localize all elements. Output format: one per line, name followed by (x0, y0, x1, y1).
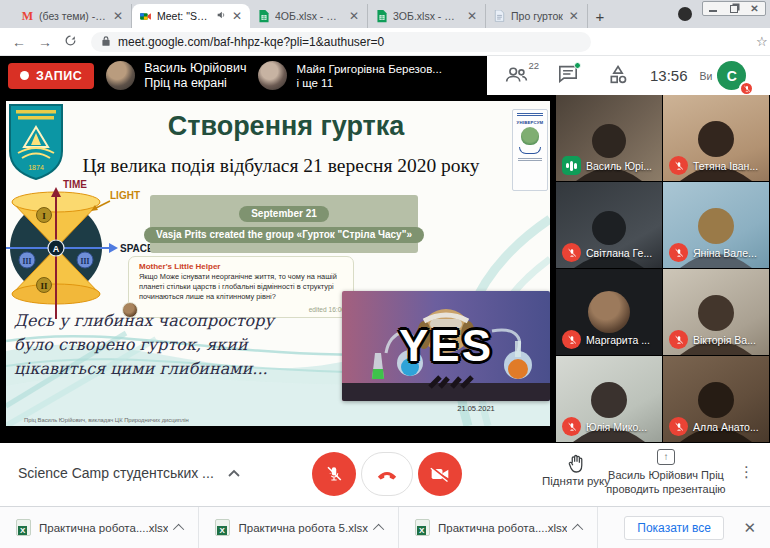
tab-close-icon[interactable]: ✕ (466, 9, 478, 23)
presenting-text: Василь Юрійович Пріц проводить презентац… (606, 468, 726, 496)
show-all-downloads-button[interactable]: Показати все (624, 516, 724, 540)
profile-photo-avatar (588, 291, 630, 333)
meet-control-bar: Science Camp студентських ... Підняти ру… (0, 443, 770, 506)
tab-close-icon[interactable]: ✕ (568, 9, 580, 23)
slide-handwritten-text: Десь у глибинах часопростору було створе… (14, 309, 294, 381)
video-tile-vasyl[interactable]: Василь Юрі... (556, 95, 662, 181)
video-tile-yulia[interactable]: Юлія Мико... (556, 356, 662, 442)
tab-title: Про гурток (511, 10, 563, 22)
muted-mic-icon (562, 417, 581, 436)
people-count: 22 (528, 60, 539, 71)
tab-close-icon[interactable]: ✕ (112, 9, 124, 23)
universum-logo-title: УНІВЕРСУМ (517, 120, 544, 125)
video-tile-viktoria[interactable]: Вікторія Ва... (663, 269, 769, 355)
chat-message-author: Mother's Little Helper (139, 262, 345, 271)
chevron-up-icon (228, 469, 240, 477)
presenter-name-line2: Пріц на екрані (144, 76, 246, 91)
browser-window: M (без теми) - s.krav ✕ Meet: "Science ✕… (0, 0, 770, 548)
activities-button[interactable] (608, 64, 628, 88)
universum-college-logo: УНІВЕРСУМ (512, 109, 548, 191)
tab-audio-icon[interactable] (216, 10, 226, 22)
people-button[interactable]: 22 (505, 65, 528, 87)
new-tab-button[interactable]: + (588, 4, 612, 28)
camera-off-button[interactable] (418, 452, 462, 496)
chat-notification-dot (574, 62, 581, 69)
participants-preview[interactable]: Майя Григорівна Березов... і ще 11 (258, 61, 441, 90)
clock-time: 13:56 (650, 67, 688, 84)
muted-mic-icon (669, 243, 688, 262)
download-file-name: Практична робота 5.xlsx (238, 522, 368, 534)
sheets-icon (375, 10, 388, 23)
you-account[interactable]: Ви C (700, 61, 747, 90)
chevron-up-icon[interactable] (373, 523, 384, 534)
presenter-avatar (106, 61, 135, 90)
tab-meet[interactable]: Meet: "Science ✕ (132, 4, 250, 28)
video-tile-yanina[interactable]: Яніна Вале... (663, 182, 769, 268)
excel-file-icon (215, 519, 230, 536)
presenter-info[interactable]: Василь Юрійович Пріц на екрані (106, 61, 246, 91)
svg-text:SPACE: SPACE (120, 243, 154, 254)
svg-text:1874: 1874 (28, 164, 44, 171)
url-text: meet.google.com/baf-hhpz-kqe?pli=1&authu… (118, 35, 384, 49)
video-tile-svitlana[interactable]: Світлана Ге... (556, 182, 662, 268)
muted-mic-icon (562, 243, 581, 262)
recording-badge: ЗАПИС (8, 63, 94, 89)
download-file-name: Практична робота....xlsx (438, 522, 567, 534)
muted-mic-icon (669, 330, 688, 349)
tab-close-icon[interactable]: ✕ (231, 9, 243, 23)
chat-event-pill: Vasja Prits created the group «Гурток "С… (144, 227, 424, 243)
slide-title: Створення гуртка (106, 111, 466, 142)
close-button[interactable]: ✕ (750, 4, 758, 14)
more-options-button[interactable]: ⋮ (739, 463, 754, 481)
bookmark-star-icon[interactable]: ☆ (756, 34, 768, 49)
download-file-chip[interactable]: Практична робота....xlsx (0, 507, 199, 548)
hang-up-button[interactable] (361, 452, 413, 496)
chevron-up-icon[interactable] (173, 523, 184, 534)
slide-footer-credit: Пріц Василь Юрійович, викладач ЦК Природ… (24, 417, 189, 423)
download-file-chip[interactable]: Практична робота....xlsx (399, 507, 598, 548)
tab-pro-gurtok[interactable]: Про гурток ✕ (486, 4, 588, 28)
reload-icon[interactable] (64, 34, 77, 50)
tab-sheets-4ob[interactable]: 4ОБ.xlsx - Google Т ✕ (250, 4, 368, 28)
chat-message-text: Якщо Може існувати неорганічне життя, то… (139, 272, 345, 301)
shared-slide: 1874 Створення гуртка Ця велика подія ві… (6, 101, 550, 426)
excel-file-icon (415, 519, 430, 536)
close-downloads-icon[interactable]: ✕ (743, 519, 756, 537)
tab-close-icon[interactable]: ✕ (348, 9, 360, 23)
restore-button[interactable] (730, 5, 738, 13)
tab-title: 4ОБ.xlsx - Google Т (275, 10, 343, 22)
video-tile-alla[interactable]: Алла Анато... (663, 356, 769, 442)
participants-avatar (258, 61, 287, 90)
you-label: Ви (700, 70, 713, 82)
download-file-name: Практична робота....xlsx (39, 522, 168, 534)
muted-mic-icon (669, 156, 688, 175)
tab-title: 3ОБ.xlsx - Google Т (393, 10, 461, 22)
svg-text:III: III (81, 257, 90, 266)
participant-name: Яніна Вале... (693, 247, 757, 259)
minimize-button[interactable] (709, 5, 717, 12)
download-file-chip[interactable]: Практична робота 5.xlsx (199, 507, 399, 548)
svg-text:III: III (23, 257, 32, 266)
chevron-up-icon[interactable] (572, 523, 583, 534)
mic-off-button[interactable] (312, 452, 356, 496)
extension-icon[interactable] (678, 7, 692, 21)
speaking-indicator-icon (562, 156, 581, 175)
tab-sheets-3ob[interactable]: 3ОБ.xlsx - Google Т ✕ (368, 4, 486, 28)
slide-date: 21.05.2021 (426, 404, 526, 413)
tab-gmail[interactable]: M (без теми) - s.krav ✕ (14, 4, 132, 28)
svg-text:LIGHT: LIGHT (110, 190, 140, 201)
presentation-stage: 1874 Створення гуртка Ця велика подія ві… (0, 95, 556, 443)
chat-button[interactable] (558, 65, 578, 87)
forward-icon[interactable]: → (38, 34, 52, 50)
page-icon (493, 10, 506, 23)
meeting-name-button[interactable]: Science Camp студентських ... (18, 465, 240, 481)
tree-emblem (521, 127, 539, 145)
svg-text:I: I (42, 211, 46, 221)
video-tile-tetiana[interactable]: Тетяна Іван... (663, 95, 769, 181)
downloads-bar: Практична робота....xlsx Практична робот… (0, 506, 770, 548)
url-field[interactable]: meet.google.com/baf-hhpz-kqe?pli=1&authu… (91, 32, 591, 52)
meet-header: ЗАПИС Василь Юрійович Пріц на екрані Май… (0, 56, 487, 95)
participant-name: Маргарита ... (586, 334, 650, 346)
video-tile-marharyta[interactable]: Маргарита ... (556, 269, 662, 355)
back-icon[interactable]: ← (12, 34, 26, 50)
